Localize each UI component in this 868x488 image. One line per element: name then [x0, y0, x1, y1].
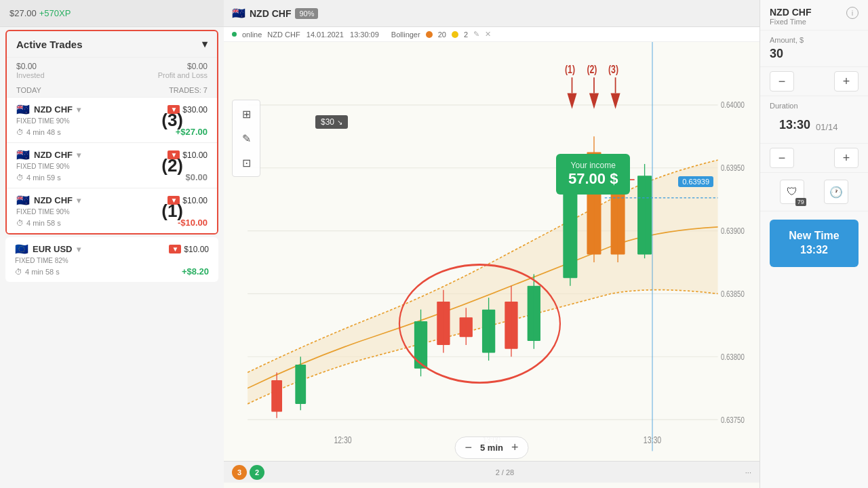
active-trades-header: Active Trades ▾ — [7, 31, 217, 58]
trade3-chevron[interactable]: ▾ — [77, 105, 81, 115]
duration-plus-btn[interactable]: + — [834, 148, 859, 168]
eurusd-type: FIXED TIME 82% — [15, 257, 209, 264]
chart-svg: (1) (2) (3) 0.64000 0.63950 0.63900 0.63… — [224, 42, 760, 483]
badge-3[interactable]: 3 — [232, 465, 247, 480]
new-time-button[interactable]: New Time 13:32 — [770, 220, 859, 267]
pnl-value: $0.00 — [158, 62, 208, 71]
bollinger-dot-orange — [426, 31, 433, 38]
svg-text:13:30: 13:30 — [644, 435, 661, 446]
chevron-down-icon[interactable]: ▾ — [202, 38, 208, 50]
info-icon[interactable]: i — [846, 7, 859, 19]
time-minus-btn[interactable]: − — [465, 441, 473, 455]
shield-badge: 79 — [795, 198, 806, 206]
rp-amount-label: Amount, $ — [770, 36, 859, 44]
rp-duration-controls: − + — [760, 144, 868, 173]
svg-text:0.63750: 0.63750 — [721, 415, 745, 425]
shield-icon-btn[interactable]: 🛡 79 — [780, 180, 804, 204]
dollar-amount: $30 — [321, 117, 334, 127]
rp-amount-controls: − + — [760, 67, 868, 96]
trade2-pair: NZD CHF — [34, 150, 73, 160]
chart-online-text: online — [242, 30, 262, 39]
down-arrow-icon: ↘ — [337, 119, 342, 126]
badge-2[interactable]: 2 — [250, 465, 264, 480]
price-marker: 0.63939 — [678, 176, 713, 187]
eur-usd-section: 🇪🇺 EUR USD ▾ ▼ $10.00 FIXED TIME 82% ⏱ 4… — [5, 237, 218, 282]
trade3-time: 4 min 48 s — [26, 128, 61, 136]
rp-duration-section: Duration 13:30 01/14 — [760, 96, 868, 144]
active-trades-section: Active Trades ▾ $0.00 Invested $0.00 Pro… — [5, 30, 218, 235]
svg-text:0.63900: 0.63900 — [721, 226, 745, 236]
today-label: TODAY — [16, 86, 41, 94]
chart-pair-badge: 🇳🇿 NZD CHF 90% — [232, 7, 318, 20]
time-controls: − 5 min + — [455, 436, 529, 459]
clock-icon-3: ⏱ — [16, 128, 24, 136]
active-trades-title: Active Trades — [16, 39, 83, 50]
new-time-label: New Time — [776, 229, 852, 243]
bottom-badges: 3 2 — [232, 465, 264, 480]
dollar-badge: $30 ↘ — [315, 115, 348, 129]
eurusd-time: 4 min 58 s — [25, 268, 60, 276]
trade-item-3: 🇳🇿 NZD CHF ▾ ▼ $30.00 FIXED TIME 90% ⏱ 4… — [7, 98, 217, 143]
trade-item-2: 🇳🇿 NZD CHF ▾ ▼ $10.00 FIXED TIME 90% ⏱ 4… — [7, 143, 217, 188]
income-value: 57.00 $ — [568, 170, 618, 188]
trade2-amount: $10.00 — [182, 150, 208, 160]
rp-pair: NZD CHF — [770, 7, 811, 18]
more-options-icon[interactable]: ··· — [745, 468, 751, 476]
duration-minus-btn[interactable]: − — [770, 148, 794, 168]
svg-text:(2): (2) — [587, 64, 597, 76]
invested-value: $0.00 — [16, 62, 45, 71]
top-bar: $27.00 +570XP — [0, 0, 224, 27]
income-label: Your income — [568, 161, 618, 170]
trade2-pnl: $0.00 — [185, 172, 208, 182]
amount-minus-btn[interactable]: − — [770, 71, 794, 92]
left-panel: $27.00 +570XP Active Trades ▾ $0.00 Inve… — [0, 0, 224, 488]
shield-icon: 🛡 — [787, 186, 797, 198]
chart-pct-badge: 90% — [295, 8, 318, 19]
drawing-tool-btn[interactable]: ✎ — [235, 127, 257, 149]
close-icon[interactable]: ✕ — [485, 30, 491, 39]
chart-info-bar: online NZD CHF 14.01.2021 13:30:09 Bolli… — [224, 27, 760, 42]
eurusd-chevron[interactable]: ▾ — [77, 245, 81, 254]
bb-20: 20 — [438, 30, 446, 39]
candlestick-tool-btn[interactable]: ⊞ — [235, 103, 257, 125]
rp-duration-date: 01/14 — [816, 122, 838, 132]
rp-header: NZD CHF Fixed Time i — [760, 0, 868, 30]
time-plus-btn[interactable]: + — [511, 441, 519, 455]
clock-icon-btn[interactable]: 🕐 — [824, 180, 848, 204]
eurusd-direction: ▼ — [169, 245, 181, 253]
trade1-amount: $10.00 — [182, 196, 208, 205]
layout-tool-btn[interactable]: ⊡ — [235, 152, 257, 174]
trade2-chevron[interactable]: ▾ — [77, 150, 81, 160]
clock-icon-eurusd: ⏱ — [15, 268, 22, 276]
rp-duration-row: 13:30 01/14 — [770, 113, 859, 138]
svg-text:0.63850: 0.63850 — [721, 289, 745, 299]
income-badge: Your income 57.00 $ — [556, 154, 630, 195]
xp-display: +570XP — [39, 8, 71, 18]
trade3-number: (3) — [161, 110, 183, 131]
bollinger-label: Bollinger — [391, 30, 420, 39]
edit-icon[interactable]: ✎ — [473, 30, 479, 39]
online-dot — [232, 32, 237, 37]
chart-pair-name: NZD CHF — [250, 8, 291, 19]
chart-svg-container: (1) (2) (3) 0.64000 0.63950 0.63900 0.63… — [224, 42, 760, 483]
trade2-time: 4 min 59 s — [26, 174, 61, 182]
rp-type: Fixed Time — [770, 18, 811, 26]
trade1-pair: NZD CHF — [34, 195, 73, 205]
page-indicator: 2 / 28 — [496, 468, 515, 476]
invested-label: Invested — [16, 71, 45, 79]
bb-2: 2 — [464, 30, 468, 39]
svg-text:12:30: 12:30 — [334, 435, 351, 446]
today-row: TODAY TRADES: 7 — [7, 83, 217, 98]
trade2-number: (2) — [161, 155, 183, 176]
rp-icons-row: 🛡 79 🕐 — [760, 173, 868, 211]
stats-row: $0.00 Invested $0.00 Profit and Loss — [7, 58, 217, 83]
chart-toolbar: ⊞ ✎ ⊡ — [232, 100, 260, 177]
trades-count: TRADES: 7 — [169, 86, 208, 94]
new-time-value: 13:32 — [776, 243, 852, 258]
balance-display: $27.00 — [9, 8, 37, 18]
rp-duration-label: Duration — [770, 102, 859, 110]
eurusd-pair: EUR USD — [33, 244, 73, 254]
trade1-chevron[interactable]: ▾ — [77, 196, 81, 205]
amount-plus-btn[interactable]: + — [834, 71, 859, 92]
svg-text:(3): (3) — [608, 64, 618, 76]
